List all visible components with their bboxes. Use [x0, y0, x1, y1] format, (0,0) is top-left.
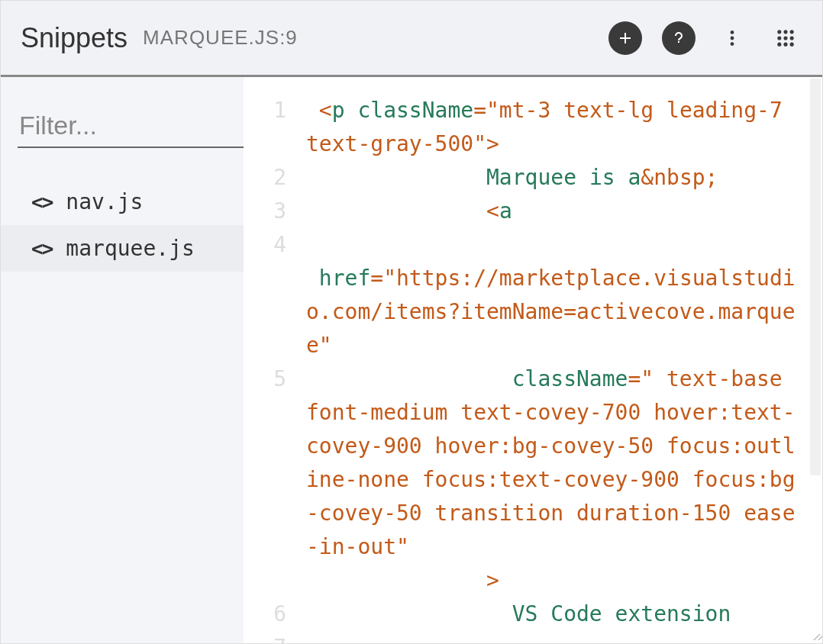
- code-line: VS Code extension: [306, 597, 801, 631]
- file-item-marquee-js[interactable]: <>marquee.js: [1, 225, 244, 272]
- panel-title: Snippets: [21, 22, 127, 54]
- line-number: 1: [244, 94, 286, 127]
- question-icon: [670, 29, 688, 47]
- svg-point-0: [731, 31, 734, 34]
- apps-menu-button[interactable]: [769, 21, 802, 55]
- svg-point-2: [731, 42, 734, 46]
- line-number: .: [244, 127, 286, 161]
- code-line: <p className="mt-3 text-lg leading-7 tex…: [306, 94, 801, 161]
- more-vert-icon: [722, 28, 742, 48]
- line-number: 3: [244, 195, 286, 228]
- line-number: .: [244, 497, 286, 530]
- code-line: <a: [306, 195, 801, 228]
- help-button[interactable]: [662, 21, 696, 55]
- code-line: [306, 228, 801, 262]
- snippet-file-list: <>nav.js<>marquee.js: [1, 179, 244, 643]
- code-line: Marquee is a&nbsp;: [306, 161, 801, 195]
- code-content[interactable]: <p className="mt-3 text-lg leading-7 tex…: [297, 77, 822, 643]
- line-number: .: [244, 396, 286, 430]
- svg-point-11: [790, 42, 794, 46]
- file-name: marquee.js: [66, 236, 195, 261]
- code-file-icon: <>: [31, 191, 52, 214]
- resize-handle-icon[interactable]: [805, 626, 819, 640]
- svg-point-9: [777, 42, 781, 46]
- line-number: .: [244, 262, 286, 295]
- svg-point-7: [783, 36, 787, 40]
- file-name: nav.js: [66, 189, 143, 214]
- line-number: .: [244, 463, 286, 497]
- line-number: 5: [244, 362, 286, 396]
- more-options-button[interactable]: [715, 21, 749, 55]
- svg-point-5: [790, 30, 794, 34]
- snippets-panel: Snippets MARQUEE.JS:9 <>nav.js<>marquee.…: [0, 0, 823, 644]
- line-number: .: [244, 295, 286, 329]
- line-number: 2: [244, 161, 286, 195]
- code-line: href="https://marketplace.visualstudio.c…: [306, 262, 801, 362]
- sidebar: <>nav.js<>marquee.js: [1, 77, 244, 643]
- svg-point-10: [783, 42, 787, 46]
- svg-point-4: [783, 30, 787, 34]
- code-line: className=" text-base font-medium text-c…: [306, 362, 801, 564]
- svg-point-3: [777, 30, 781, 34]
- svg-point-1: [731, 36, 734, 40]
- content-area: <>nav.js<>marquee.js 1.234...5......67 <…: [1, 77, 822, 643]
- filter-row: [1, 108, 244, 148]
- svg-point-8: [790, 36, 794, 40]
- line-number-gutter: 1.234...5......67: [244, 77, 297, 643]
- code-editor[interactable]: 1.234...5......67 <p className="mt-3 tex…: [244, 77, 822, 643]
- apps-grid-icon: [775, 27, 796, 49]
- plus-icon: [616, 29, 634, 47]
- line-number: 7: [244, 631, 286, 643]
- editor-scrollbar[interactable]: [808, 79, 821, 642]
- line-number: .: [244, 430, 286, 463]
- file-item-nav-js[interactable]: <>nav.js: [1, 179, 244, 225]
- line-number: 4: [244, 228, 286, 262]
- toolbar: Snippets MARQUEE.JS:9: [1, 1, 822, 77]
- svg-point-6: [777, 36, 781, 40]
- line-number: 6: [244, 597, 286, 631]
- code-file-icon: <>: [31, 237, 52, 260]
- line-number: .: [244, 564, 286, 597]
- line-number: .: [244, 530, 286, 564]
- line-number: .: [244, 329, 286, 362]
- code-line: >: [306, 564, 801, 597]
- add-snippet-button[interactable]: [608, 21, 642, 55]
- current-file-location: MARQUEE.JS:9: [143, 26, 298, 50]
